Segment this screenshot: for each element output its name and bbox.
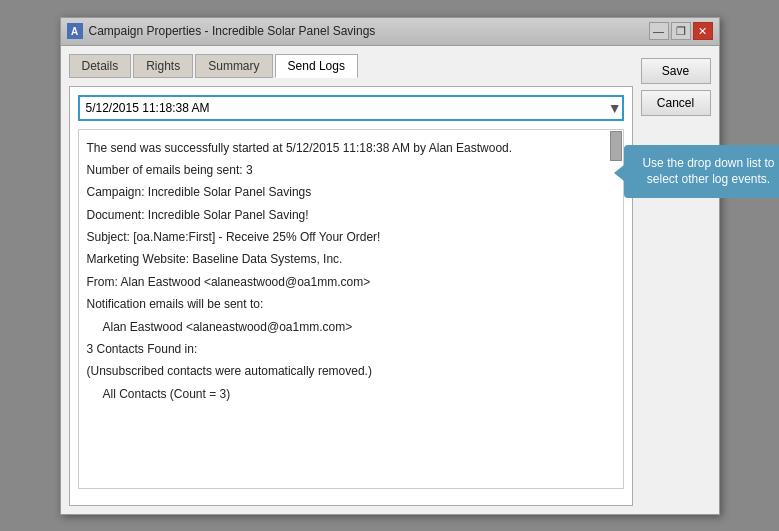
log-line: The send was successfully started at 5/1… (87, 138, 615, 158)
log-line: (Unsubscribed contacts were automaticall… (87, 361, 615, 381)
log-line: From: Alan Eastwood <alaneastwood@oa1mm.… (87, 272, 615, 292)
log-line: Campaign: Incredible Solar Panel Savings (87, 182, 615, 202)
log-content: The send was successfully started at 5/1… (78, 129, 624, 489)
log-line: 3 Contacts Found in: (87, 339, 615, 359)
log-line: Marketing Website: Baseline Data Systems… (87, 249, 615, 269)
tooltip-text: Use the drop down list to select other l… (642, 156, 774, 187)
restore-button[interactable]: ❐ (671, 22, 691, 40)
tab-details[interactable]: Details (69, 54, 132, 78)
scrollbar-thumb[interactable] (610, 131, 622, 161)
log-event-dropdown-row: 5/12/2015 11:18:38 AM ▼ Use the drop dow… (78, 95, 624, 121)
cancel-button[interactable]: Cancel (641, 90, 711, 116)
sidebar-buttons: Save Cancel (641, 54, 711, 506)
window-title: Campaign Properties - Incredible Solar P… (89, 24, 376, 38)
log-line: Alan Eastwood <alaneastwood@oa1mm.com> (87, 317, 615, 337)
tab-summary[interactable]: Summary (195, 54, 272, 78)
window-body: Details Rights Summary Send Logs 5/12/20… (61, 46, 719, 514)
tabs-bar: Details Rights Summary Send Logs (69, 54, 633, 78)
tab-send-logs[interactable]: Send Logs (275, 54, 358, 78)
title-bar-buttons: — ❐ ✕ (649, 22, 713, 40)
tab-rights[interactable]: Rights (133, 54, 193, 78)
log-line: All Contacts (Count = 3) (87, 384, 615, 404)
log-line: Number of emails being sent: 3 (87, 160, 615, 180)
minimize-button[interactable]: — (649, 22, 669, 40)
title-bar: A Campaign Properties - Incredible Solar… (61, 18, 719, 46)
log-lines-container: The send was successfully started at 5/1… (87, 138, 615, 405)
log-line: Subject: [oa.Name:First] - Receive 25% O… (87, 227, 615, 247)
save-button[interactable]: Save (641, 58, 711, 84)
close-button[interactable]: ✕ (693, 22, 713, 40)
title-bar-left: A Campaign Properties - Incredible Solar… (67, 23, 376, 39)
log-event-select[interactable]: 5/12/2015 11:18:38 AM (78, 95, 624, 121)
app-icon: A (67, 23, 83, 39)
log-line: Document: Incredible Solar Panel Saving! (87, 205, 615, 225)
main-content: Details Rights Summary Send Logs 5/12/20… (69, 54, 633, 506)
tooltip-callout: Use the drop down list to select other l… (624, 145, 780, 199)
content-area: 5/12/2015 11:18:38 AM ▼ Use the drop dow… (69, 86, 633, 506)
log-line: Notification emails will be sent to: (87, 294, 615, 314)
main-window: A Campaign Properties - Incredible Solar… (60, 17, 720, 515)
